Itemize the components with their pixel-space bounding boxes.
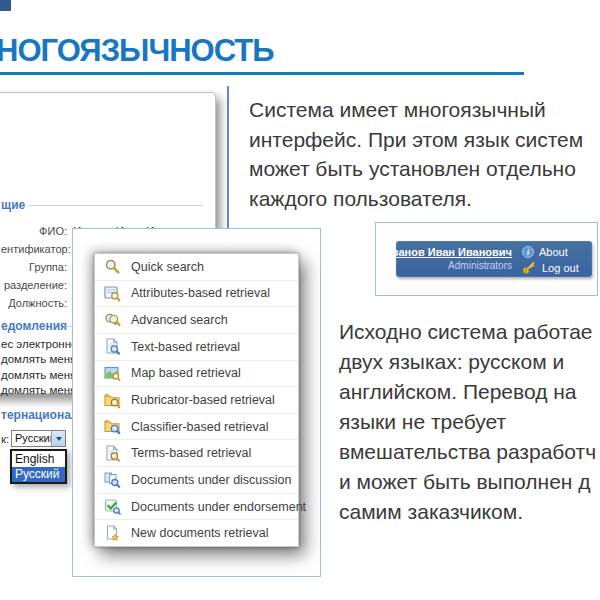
menu-item[interactable]: Rubricator-based retrieval [95, 387, 298, 414]
menu-item-label: Map based retrieval [131, 366, 241, 380]
language-select[interactable]: Русский [11, 430, 66, 447]
key-icon [522, 260, 537, 275]
menu-item[interactable]: Documents under discussion [95, 467, 298, 494]
language-dropdown-list: EnglishРусский [10, 449, 67, 484]
language-select-value: Русский [12, 431, 51, 446]
menu-item-label: Quick search [131, 260, 204, 274]
menu-item-label: Text-based retrieval [131, 340, 240, 354]
paragraph-line: языки не требует [339, 407, 596, 437]
paragraph-line: самим заказчиком. [339, 497, 596, 527]
info-icon: i [522, 246, 534, 258]
form-label: разделение: [1, 279, 67, 291]
document-search-icon [104, 338, 121, 355]
user-bar: Иванов Иван Иванович Administrators i Ab… [396, 241, 592, 277]
paragraph-multilingual-interface: Система имеет многоязычныйинтерфейс. При… [249, 95, 583, 213]
paragraph-line: каждого пользователя. [249, 184, 583, 214]
language-option[interactable]: English [12, 451, 65, 467]
form-label: Должность: [1, 297, 67, 309]
about-label: About [539, 246, 568, 258]
menu-screenshot-frame: Quick searchAttributes-based retrievalAd… [72, 228, 321, 577]
menu-item-label: Documents under endorsement [131, 500, 306, 514]
menu-item-label: Advanced search [131, 313, 228, 327]
folder-search-icon [104, 392, 121, 409]
menu-item[interactable]: Classifier-based retrieval [95, 414, 298, 441]
paragraph-line: и может быть выполнен д [339, 467, 596, 497]
user-group-label: Administrators [384, 260, 512, 271]
menu-item-label: Classifier-based retrieval [131, 420, 269, 434]
menu-item[interactable]: Documents under endorsement [95, 494, 298, 521]
paragraph-line: интерфейс. При этом язык систем [249, 125, 583, 155]
about-button[interactable]: i About [522, 244, 579, 259]
form-label: ФИО: [1, 225, 67, 237]
user-name-link[interactable]: Иванов Иван Иванович [384, 246, 512, 258]
chevron-down-icon[interactable] [51, 431, 65, 446]
paragraph-line: вмешательства разработч [339, 437, 596, 467]
corner-fragment [0, 0, 11, 11]
menu-item[interactable]: Text-based retrieval [95, 334, 298, 361]
menu-item[interactable]: Map based retrieval [95, 361, 298, 388]
paragraph-line: Исходно система работае [339, 317, 596, 347]
menu-item[interactable]: Terms-based retrieval [95, 440, 298, 467]
menu-item[interactable]: Attributes-based retrieval [95, 281, 298, 308]
retrieval-menu: Quick searchAttributes-based retrievalAd… [94, 253, 299, 547]
terms-document-search-icon [104, 445, 121, 462]
language-label: к: [1, 433, 9, 445]
menu-item-label: Rubricator-based retrieval [131, 393, 275, 407]
classifier-folder-search-icon [104, 418, 121, 435]
page-title: НОГОЯЗЫЧНОСТЬ [0, 33, 274, 69]
document-check-icon [104, 498, 121, 515]
paragraph-line: английском. Перевод на [339, 377, 596, 407]
menu-item[interactable]: New documents retrieval [95, 520, 298, 546]
form-label: ентификатор: [1, 243, 67, 255]
section-header-general: щие [1, 198, 25, 212]
advanced-search-icon [104, 312, 121, 329]
language-option[interactable]: Русский [12, 467, 65, 483]
logout-button[interactable]: Log out [522, 260, 579, 275]
magnifier-icon [104, 258, 121, 275]
menu-item-label: New documents retrieval [131, 526, 269, 540]
paragraph-line: может быть установлен отдельно [249, 154, 583, 184]
menu-item[interactable]: Advanced search [95, 307, 298, 334]
userbar-screenshot-frame: Иванов Иван Иванович Administrators i Ab… [375, 222, 598, 296]
section-header-notifications: едомления [1, 319, 67, 333]
title-underline [0, 72, 524, 75]
paragraph-line: Система имеет многоязычный [249, 95, 583, 125]
menu-item-label: Terms-based retrieval [131, 446, 251, 460]
form-label: Группа: [1, 261, 67, 273]
attributes-form-search-icon [104, 285, 121, 302]
paragraph-line: двух языках: русском и [339, 347, 596, 377]
menu-item-label: Attributes-based retrieval [131, 286, 270, 300]
new-document-icon [104, 525, 121, 542]
paragraph-translation: Исходно система работаедвух языках: русс… [339, 317, 596, 527]
section-rule [29, 205, 203, 206]
documents-discussion-icon [104, 471, 121, 488]
menu-item-label: Documents under discussion [131, 473, 292, 487]
logout-label: Log out [542, 262, 579, 274]
menu-item[interactable]: Quick search [95, 254, 298, 281]
map-image-icon [104, 365, 121, 382]
screenshot1-frame-border [227, 86, 229, 232]
